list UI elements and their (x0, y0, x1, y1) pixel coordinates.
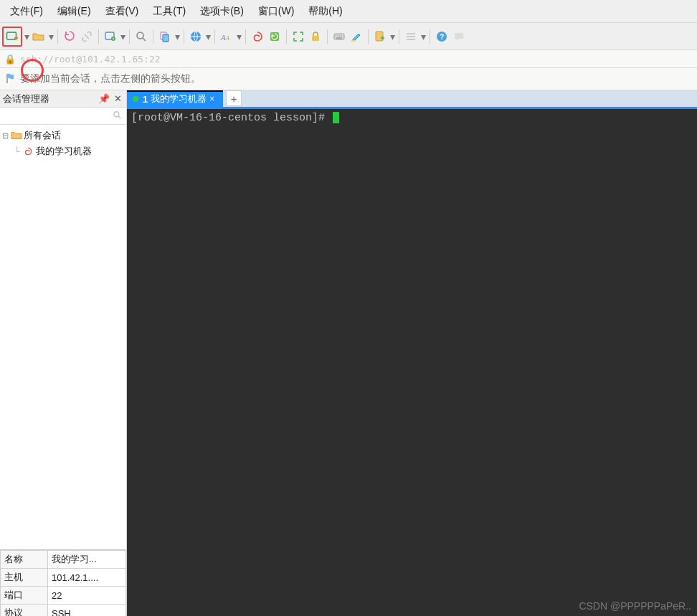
separator (368, 29, 369, 44)
separator (399, 29, 399, 44)
tab-close-icon[interactable]: × (207, 94, 217, 104)
status-dot-icon (133, 96, 138, 102)
svg-rect-12 (334, 34, 344, 39)
tab-index: 1 (143, 94, 148, 105)
annotation-new-session (2, 27, 22, 47)
pin-icon[interactable]: 📌 (98, 93, 110, 104)
toolbar: ▾ ▾ ▾ ▾ ▾ AA ▾ (0, 23, 697, 50)
menubar: 文件(F) 编辑(E) 查看(V) 工具(T) 选项卡(B) 窗口(W) 帮助(… (0, 0, 697, 23)
menu-tools[interactable]: 工具(T) (146, 4, 193, 19)
tab-bar: 1 我的学习机器 × + (127, 90, 697, 109)
session-tree: ⊟ 所有会话 └ 我的学习机器 (0, 125, 126, 549)
menu-help[interactable]: 帮助(H) (301, 4, 349, 19)
address-bar[interactable]: 🔒 ssh://root@101.42.1.65:22 (0, 50, 697, 68)
highlighter-icon[interactable] (348, 29, 364, 44)
search-icon (113, 110, 123, 123)
tree-toggle-icon[interactable]: ⊟ (1, 131, 9, 141)
prop-value: 我的学习... (48, 551, 126, 569)
lock-icon: 🔒 (4, 54, 16, 65)
globe-icon[interactable] (188, 29, 204, 44)
separator (327, 29, 328, 44)
reconnect-icon[interactable] (62, 29, 77, 44)
tree-item-session[interactable]: └ 我的学习机器 (1, 143, 125, 159)
dropdown-icon[interactable]: ▾ (205, 31, 211, 42)
open-folder-icon[interactable] (31, 29, 47, 44)
dropdown-icon[interactable]: ▾ (48, 31, 54, 42)
dropdown-icon[interactable]: ▾ (174, 31, 180, 42)
watermark: CSDN @PPPPPPaPeR.. (579, 600, 691, 612)
address-url: ssh://root@101.42.1.65:22 (20, 54, 161, 65)
properties-gear-icon[interactable] (103, 29, 118, 44)
prop-key: 协议 (1, 605, 48, 617)
svg-point-3 (113, 38, 114, 39)
menu-window[interactable]: 窗口(W) (251, 4, 302, 19)
tree-item-label: 我的学习机器 (36, 145, 92, 158)
search-input[interactable] (0, 108, 126, 124)
separator (286, 29, 287, 44)
svg-rect-11 (312, 36, 319, 41)
hint-text: 要添加当前会话，点击左侧的箭头按钮。 (20, 72, 201, 85)
search-icon[interactable] (133, 29, 149, 44)
fullscreen-icon[interactable] (290, 29, 306, 44)
dropdown-icon[interactable]: ▾ (236, 31, 242, 42)
tab-session-active[interactable]: 1 我的学习机器 × (127, 91, 223, 107)
chat-icon[interactable] (451, 29, 467, 44)
refresh-icon[interactable] (267, 29, 283, 44)
dropdown-icon[interactable]: ▾ (24, 31, 29, 42)
svg-text:?: ? (440, 33, 444, 41)
separator (153, 29, 153, 44)
help-icon[interactable]: ? (434, 29, 450, 44)
main: 1 我的学习机器 × + [root@VM-16-16-centos lesso… (127, 90, 697, 616)
hint-bar: 要添加当前会话，点击左侧的箭头按钮。 (0, 68, 697, 90)
separator (430, 29, 430, 44)
prop-value: 101.42.1.... (48, 569, 126, 587)
svg-point-17 (114, 112, 119, 117)
spiral-icon[interactable] (250, 29, 265, 44)
tree-root-all-sessions[interactable]: ⊟ 所有会话 (1, 128, 125, 143)
close-icon[interactable]: ✕ (114, 93, 122, 104)
dropdown-icon[interactable]: ▾ (389, 31, 395, 42)
new-file-icon[interactable] (372, 29, 388, 44)
session-properties: 名称我的学习... 主机101.42.1.... 端口22 协议SSH (0, 549, 126, 616)
copy-paste-icon[interactable] (157, 29, 173, 44)
svg-text:A: A (225, 35, 229, 42)
menu-view[interactable]: 查看(V) (98, 4, 146, 19)
flag-icon (4, 72, 17, 87)
dropdown-icon[interactable]: ▾ (420, 31, 426, 42)
tree-root-label: 所有会话 (24, 129, 61, 142)
prop-key: 主机 (1, 569, 48, 587)
disconnect-icon[interactable] (79, 29, 95, 44)
separator (214, 29, 215, 44)
separator (129, 29, 130, 44)
separator (98, 29, 99, 44)
lock-icon[interactable] (308, 29, 323, 44)
svg-text:A: A (220, 33, 226, 42)
menu-tabs[interactable]: 选项卡(B) (193, 4, 251, 19)
sidebar-search (0, 108, 126, 125)
cursor-icon (333, 112, 339, 123)
prop-key: 名称 (1, 551, 48, 569)
prop-value: 22 (48, 587, 126, 605)
tree-branch-icon: └ (14, 146, 20, 157)
terminal[interactable]: [root@VM-16-16-centos lesson]# (127, 109, 697, 616)
menu-edit[interactable]: 编辑(E) (50, 4, 98, 19)
separator (184, 29, 184, 44)
terminal-prompt: [root@VM-16-16-centos lesson]# (131, 112, 331, 124)
dropdown-icon[interactable]: ▾ (120, 31, 125, 42)
prop-row-name: 名称我的学习... (1, 551, 126, 569)
spiral-icon (23, 146, 33, 156)
prop-row-host: 主机101.42.1.... (1, 569, 126, 587)
menu-file[interactable]: 文件(F) (3, 4, 50, 19)
font-icon[interactable]: AA (219, 29, 234, 44)
separator (57, 29, 58, 44)
svg-rect-6 (163, 34, 169, 42)
prop-key: 端口 (1, 587, 48, 605)
prop-row-proto: 协议SSH (1, 605, 126, 617)
sidebar: 会话管理器 📌 ✕ ⊟ 所有会话 └ (0, 90, 127, 616)
tab-add-button[interactable]: + (226, 90, 242, 106)
tab-label: 我的学习机器 (151, 93, 207, 105)
list-icon[interactable] (403, 29, 419, 44)
keyboard-icon[interactable] (331, 29, 347, 44)
new-session-icon[interactable] (4, 29, 20, 44)
svg-point-4 (137, 32, 143, 39)
